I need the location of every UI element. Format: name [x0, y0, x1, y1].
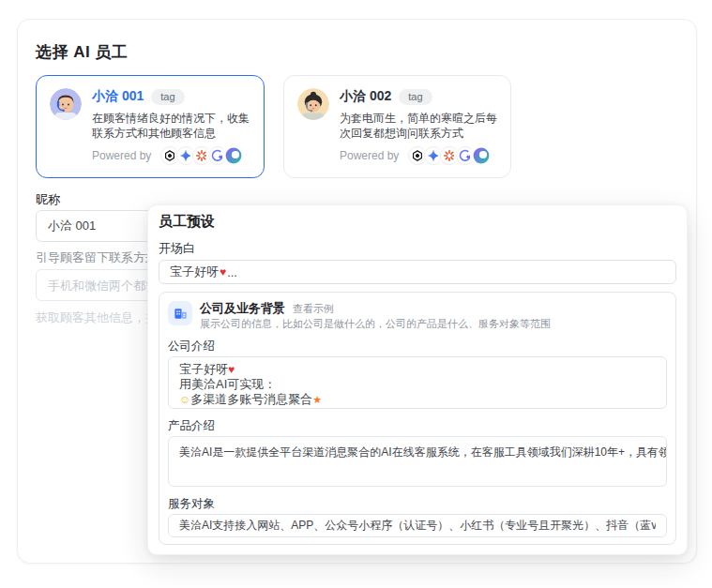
heart-emoji-icon: ♥ — [220, 265, 226, 279]
ai-employee-setup-page: 选择 AI 员工 小洽 001 tag 在顾客情绪良好的情况下 — [0, 0, 712, 588]
employee-description: 在顾客情绪良好的情况下，收集联系方式和其他顾客信息 — [92, 111, 250, 141]
company-intro-textarea[interactable]: 宝子好呀♥ 用美洽AI可实现： ☺多渠道多账号消息聚合★ ☺智能助手自动回复★ — [168, 356, 667, 409]
model-logo-strip — [408, 146, 491, 165]
gradient-ring-logo-icon — [224, 146, 243, 165]
model-logo-strip — [160, 146, 243, 165]
opening-ellipsis: ... — [227, 265, 237, 279]
smile-emoji-icon: ☺ — [179, 408, 190, 409]
company-line-2: 用美洽AI可实现： — [179, 377, 656, 392]
opening-line-label: 开场白 — [159, 241, 676, 256]
company-line-3: 多渠道多账号消息聚合 — [190, 392, 312, 406]
gradient-ring-logo-icon — [472, 146, 491, 165]
company-line-4: 智能助手自动回复 — [190, 407, 288, 409]
employee-name: 小洽 002 — [340, 88, 391, 105]
section-description: 展示公司的信息，比如公司是做什么的，公司的产品是什么、服务对象等范围 — [200, 318, 551, 330]
nickname-label: 昵称 — [36, 191, 60, 208]
smile-emoji-icon: ☺ — [179, 393, 190, 406]
company-building-icon — [168, 301, 192, 325]
product-intro-textarea[interactable]: 美洽AI是一款提供全平台渠道消息聚合的AI在线客服系统，在客服工具领域我们深耕1… — [168, 436, 667, 487]
powered-by-label: Powered by — [92, 149, 151, 162]
employee-card-xiaoqia-001[interactable]: 小洽 001 tag 在顾客情绪良好的情况下，收集联系方式和其他顾客信息 Pow… — [36, 75, 265, 178]
company-line-1: 宝子好呀 — [179, 362, 228, 376]
preset-panel-title: 员工预设 — [159, 213, 676, 230]
flame-emoji-icon: ★ — [312, 394, 322, 405]
product-intro-label: 产品介绍 — [168, 418, 667, 433]
service-target-label: 服务对象 — [168, 496, 667, 511]
heart-emoji-icon: ♥ — [228, 363, 235, 376]
service-target-input[interactable] — [168, 514, 667, 537]
employee-card-xiaoqia-002[interactable]: 小洽 002 tag 为套电而生，简单的寒暄之后每次回复都想询问联系方式 Pow… — [283, 75, 511, 178]
female-agent-avatar — [297, 88, 329, 120]
page-title: 选择 AI 员工 — [36, 41, 128, 63]
employee-name: 小洽 001 — [92, 88, 144, 105]
opening-line-input[interactable]: 宝子好呀♥... — [159, 260, 676, 284]
opening-text: 宝子好呀 — [170, 264, 219, 280]
employee-tag-badge: tag — [399, 89, 432, 105]
employee-tag-badge: tag — [151, 89, 184, 105]
employee-preset-panel: 员工预设 开场白 宝子好呀♥... — [147, 204, 688, 555]
section-title: 公司及业务背景 — [200, 301, 285, 315]
male-agent-avatar — [50, 88, 82, 120]
company-intro-label: 公司介绍 — [168, 339, 667, 354]
powered-by-label: Powered by — [340, 149, 399, 162]
company-background-section: 公司及业务背景 查看示例 展示公司的信息，比如公司是做什么的，公司的产品是什么、… — [159, 292, 676, 545]
employee-description: 为套电而生，简单的寒暄之后每次回复都想询问联系方式 — [340, 111, 497, 141]
view-example-link[interactable]: 查看示例 — [293, 302, 334, 316]
contact-guide-label: 引导顾客留下联系方式 — [36, 249, 158, 266]
